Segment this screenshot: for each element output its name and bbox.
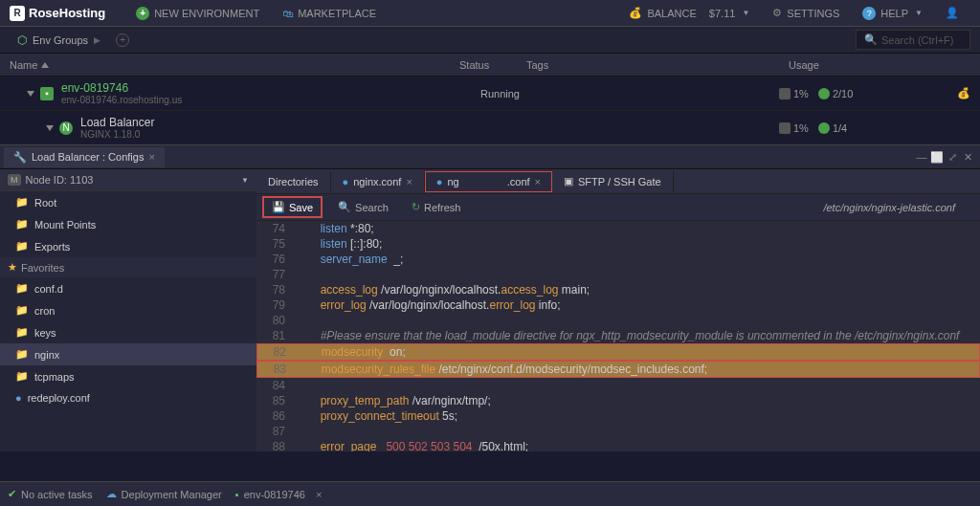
col-name-header[interactable]: Name: [10, 59, 37, 71]
panel-tab-configs[interactable]: 🔧 Load Balancer : Configs ×: [4, 147, 165, 167]
user-icon: 👤: [946, 7, 959, 19]
chevron-down-icon: ▼: [241, 176, 249, 185]
file-icon: ●: [436, 176, 443, 187]
minimize-button[interactable]: —: [915, 150, 928, 164]
save-icon: 💾: [272, 201, 285, 213]
save-button[interactable]: 💾Save: [262, 196, 323, 218]
check-icon: ✔: [8, 488, 16, 500]
code-line[interactable]: 76 server_name _;: [256, 252, 980, 267]
code-line[interactable]: 82 modsecurity on;: [256, 343, 980, 361]
tree-item-keys[interactable]: 📁keys: [0, 321, 256, 343]
node-selector[interactable]: M Node ID: 1103 ▼: [0, 169, 256, 191]
folder-icon: 📁: [15, 218, 29, 231]
editor-tab-sftp[interactable]: ▣SFTP / SSH Gate: [552, 170, 674, 192]
add-group-button[interactable]: +: [116, 33, 129, 47]
code-line[interactable]: 80: [256, 313, 980, 328]
tree-item-mount[interactable]: 📁Mount Points: [0, 213, 256, 235]
file-icon: ●: [15, 392, 22, 404]
nginx-icon: N: [59, 121, 73, 135]
code-line[interactable]: 88 error_page 500 502 503 504 /50x.html;: [256, 439, 980, 451]
code-line[interactable]: 75 listen [::]:80;: [256, 236, 980, 252]
editor-tab-file1[interactable]: ●nginx.conf×: [331, 171, 425, 192]
maximize-button[interactable]: ⬜: [930, 150, 944, 164]
code-editor[interactable]: 74 listen *:80;75 listen [::]:80;76 serv…: [256, 221, 980, 451]
env-status: Running: [480, 88, 547, 99]
money-bag-icon: 💰: [629, 7, 642, 19]
folder-icon: 📁: [15, 196, 29, 209]
tree-item-cron[interactable]: 📁cron: [0, 299, 256, 321]
close-icon[interactable]: ×: [316, 489, 322, 500]
code-line[interactable]: 79 error_log /var/log/nginx/localhost.er…: [256, 297, 980, 313]
close-icon[interactable]: ×: [535, 176, 541, 187]
logo[interactable]: R RoseHosting: [10, 6, 105, 21]
star-icon: ★: [8, 261, 17, 274]
node-name: Load Balancer: [80, 116, 480, 129]
environment-row[interactable]: ▪ env-0819746 env-0819746.rosehosting.us…: [0, 77, 980, 111]
node-row[interactable]: N Load Balancer NGINX 1.18.0 1% 1/4: [0, 111, 980, 144]
code-line[interactable]: 84: [256, 378, 980, 393]
editor-tab-file2[interactable]: ●ng.conf×: [425, 171, 552, 192]
search-icon: 🔍: [338, 201, 351, 213]
search-button[interactable]: 🔍Search: [330, 198, 396, 216]
terminal-icon: ▣: [564, 175, 573, 187]
code-line[interactable]: 74 listen *:80;: [256, 221, 980, 236]
node-badge-icon: M: [8, 174, 21, 186]
tree-item-conf.d[interactable]: 📁conf.d: [0, 277, 256, 299]
help-button[interactable]: ? HELP ▼: [851, 0, 934, 27]
money-icon: 💰: [957, 87, 970, 99]
env-icon: ▪: [40, 87, 54, 100]
deployment-manager-button[interactable]: ☁Deployment Manager: [106, 488, 222, 500]
file-path: /etc/nginx/nginx-jelastic.conf: [823, 202, 955, 213]
tree-item-exports[interactable]: 📁Exports: [0, 235, 256, 257]
shop-icon: 🛍: [282, 8, 293, 19]
code-line[interactable]: 87: [256, 424, 980, 439]
expand-icon[interactable]: [46, 125, 54, 131]
tree-item-nginx[interactable]: 📁nginx: [0, 343, 256, 365]
env-icon: ▪: [235, 489, 239, 500]
settings-button[interactable]: ⚙ SETTINGS: [761, 0, 851, 27]
marketplace-button[interactable]: 🛍 MARKETPLACE: [271, 0, 388, 27]
user-button[interactable]: 👤: [934, 0, 970, 27]
sort-asc-icon: [41, 62, 49, 68]
close-icon[interactable]: ×: [406, 176, 412, 187]
close-button[interactable]: ✕: [961, 150, 974, 164]
code-line[interactable]: 86 proxy_connect_timeout 5s;: [256, 408, 980, 424]
plus-icon: +: [136, 7, 149, 20]
chevron-down-icon: ▼: [915, 9, 923, 17]
grid-header: Name Status Tags Usage: [0, 54, 980, 77]
code-line[interactable]: 81 #Please ensure that the load_module d…: [256, 328, 980, 343]
file-icon: ●: [343, 176, 349, 187]
logo-text: RoseHosting: [29, 6, 105, 20]
cloudlet-icon: [818, 88, 830, 99]
search-input[interactable]: 🔍 Search (Ctrl+F): [856, 30, 970, 50]
code-line[interactable]: 78 access_log /var/log/nginx/localhost.a…: [256, 282, 980, 297]
env-tab[interactable]: ▪env-0819746×: [235, 489, 323, 500]
cpu-icon: [779, 88, 791, 99]
tree-item-root[interactable]: 📁Root: [0, 191, 256, 213]
logo-icon: R: [10, 6, 25, 21]
cloud-icon: ☁: [106, 488, 117, 500]
col-status-header[interactable]: Status: [459, 59, 526, 71]
refresh-button[interactable]: ↻Refresh: [404, 198, 469, 216]
expand-icon[interactable]: [27, 91, 34, 97]
folder-icon: 📁: [15, 348, 29, 361]
env-groups-button[interactable]: ⬡ Env Groups ▶: [10, 33, 108, 47]
col-tags-header[interactable]: Tags: [526, 59, 789, 71]
tree-item-tcpmaps[interactable]: 📁tcpmaps: [0, 365, 256, 387]
code-line[interactable]: 77: [256, 267, 980, 282]
close-icon[interactable]: ×: [148, 151, 154, 163]
col-usage-header[interactable]: Usage: [789, 59, 980, 71]
expand-button[interactable]: ⤢: [946, 150, 959, 164]
folder-icon: 📁: [15, 240, 29, 253]
new-environment-button[interactable]: + NEW ENVIRONMENT: [124, 0, 271, 27]
code-line[interactable]: 83 modsecurity_rules_file /etc/nginx/con…: [256, 361, 980, 378]
editor-tab-directories[interactable]: Directories: [256, 171, 331, 192]
folder-icon: 📁: [15, 326, 29, 339]
search-icon: 🔍: [864, 33, 878, 46]
tasks-indicator[interactable]: ✔No active tasks: [8, 488, 93, 500]
balance-button[interactable]: 💰 BALANCE $7.11 ▼: [617, 0, 761, 27]
tree-item-file[interactable]: ●redeploy.conf: [0, 387, 256, 408]
code-line[interactable]: 85 proxy_temp_path /var/nginx/tmp/;: [256, 393, 980, 408]
cpu-icon: [779, 122, 791, 134]
env-host: env-0819746.rosehosting.us: [61, 95, 480, 105]
